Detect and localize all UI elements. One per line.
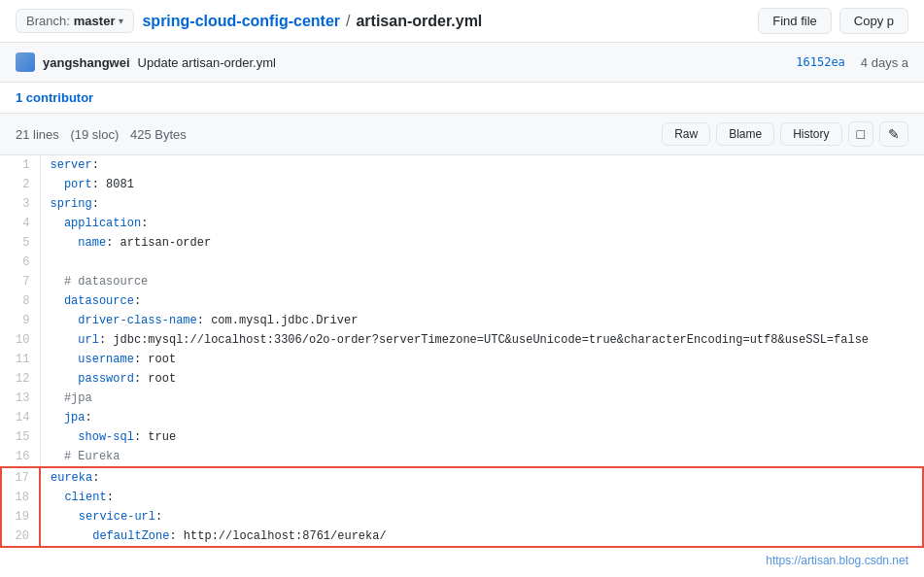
breadcrumb: spring-cloud-config-center / artisan-ord… (142, 13, 482, 30)
branch-label: Branch: (26, 14, 70, 28)
commit-message: Update artisan-order.yml (138, 55, 276, 70)
table-row: 9 driver-class-name: com.mysql.jdbc.Driv… (1, 311, 923, 330)
line-code: password: root (40, 369, 923, 389)
copy-button[interactable]: Copy p (839, 8, 908, 34)
display-icon[interactable]: □ (848, 121, 873, 147)
line-code: eureka: (40, 467, 923, 488)
code-container: 1server:2 port: 80813spring:4 applicatio… (0, 155, 924, 548)
table-row: 1server: (1, 155, 923, 175)
table-row: 2 port: 8081 (1, 175, 923, 194)
line-code: name: artisan-order (40, 233, 923, 253)
commit-hash[interactable]: 16152ea (796, 55, 845, 69)
line-code (40, 253, 923, 272)
line-number: 11 (1, 350, 40, 369)
line-code: port: 8081 (40, 175, 923, 194)
file-meta: 21 lines (19 sloc) 425 Bytes (16, 127, 194, 142)
file-name: artisan-order.yml (356, 13, 482, 30)
commit-time: 4 days a (861, 55, 908, 70)
file-info-bar: 21 lines (19 sloc) 425 Bytes Raw Blame H… (0, 114, 924, 155)
line-number: 5 (1, 233, 40, 253)
table-row: 17eureka: (1, 467, 923, 488)
branch-selector[interactable]: Branch: master ▾ (16, 9, 134, 33)
table-row: 10 url: jdbc:mysql://localhost:3306/o2o-… (1, 330, 923, 350)
table-row: 13 #jpa (1, 389, 923, 408)
contributors-bar: 1 contributor (0, 83, 924, 114)
edit-icon[interactable]: ✎ (879, 121, 908, 147)
table-row: 15 show-sql: true (1, 427, 923, 447)
line-code: application: (40, 214, 923, 233)
repo-link[interactable]: spring-cloud-config-center (142, 13, 340, 30)
table-row: 16 # Eureka (1, 447, 923, 467)
line-code: server: (40, 155, 923, 175)
avatar (16, 52, 35, 72)
table-row: 4 application: (1, 214, 923, 233)
line-code: #jpa (40, 389, 923, 408)
file-actions: Raw Blame History □ ✎ (662, 121, 908, 147)
line-code: username: root (40, 350, 923, 369)
file-size: 425 Bytes (130, 127, 187, 142)
file-sloc: (19 sloc) (70, 127, 119, 142)
line-code: service-url: (40, 507, 923, 526)
line-number: 18 (1, 488, 40, 507)
line-number: 6 (1, 253, 40, 272)
line-number: 8 (1, 291, 40, 311)
line-code: jpa: (40, 408, 923, 427)
top-bar-left: Branch: master ▾ spring-cloud-config-cen… (16, 9, 482, 33)
avatar-image (16, 52, 35, 72)
line-code: defaultZone: http://localhost:8761/eurek… (40, 526, 923, 547)
line-number: 7 (1, 272, 40, 291)
commit-info-right: 16152ea 4 days a (796, 55, 908, 70)
commit-author[interactable]: yangshangwei (43, 55, 130, 70)
line-number: 1 (1, 155, 40, 175)
commit-info-left: yangshangwei Update artisan-order.yml (16, 52, 276, 72)
chevron-down-icon: ▾ (119, 16, 123, 26)
top-bar: Branch: master ▾ spring-cloud-config-cen… (0, 0, 924, 155)
line-number: 16 (1, 447, 40, 467)
table-row: 11 username: root (1, 350, 923, 369)
line-number: 9 (1, 311, 40, 330)
code-table: 1server:2 port: 80813spring:4 applicatio… (0, 155, 924, 548)
table-row: 6 (1, 253, 923, 272)
line-number: 3 (1, 194, 40, 214)
file-lines: 21 lines (16, 127, 59, 142)
top-bar-right: Find file Copy p (758, 8, 908, 34)
line-number: 15 (1, 427, 40, 447)
breadcrumb-separator: / (346, 13, 350, 30)
blame-button[interactable]: Blame (716, 122, 774, 146)
line-number: 13 (1, 389, 40, 408)
branch-name: master (74, 14, 116, 28)
line-number: 10 (1, 330, 40, 350)
line-number: 14 (1, 408, 40, 427)
line-number: 2 (1, 175, 40, 194)
line-code: datasource: (40, 291, 923, 311)
commit-bar: yangshangwei Update artisan-order.yml 16… (0, 43, 924, 83)
table-row: 14 jpa: (1, 408, 923, 427)
line-code: # datasource (40, 272, 923, 291)
table-row: 18 client: (1, 488, 923, 507)
line-code: spring: (40, 194, 923, 214)
history-button[interactable]: History (780, 122, 841, 146)
table-row: 3spring: (1, 194, 923, 214)
line-number: 4 (1, 214, 40, 233)
table-row: 19 service-url: (1, 507, 923, 526)
find-file-button[interactable]: Find file (758, 8, 832, 34)
line-code: show-sql: true (40, 427, 923, 447)
table-row: 5 name: artisan-order (1, 233, 923, 253)
table-row: 7 # datasource (1, 272, 923, 291)
line-code: driver-class-name: com.mysql.jdbc.Driver (40, 311, 923, 330)
line-number: 17 (1, 467, 40, 488)
table-row: 20 defaultZone: http://localhost:8761/eu… (1, 526, 923, 547)
line-number: 20 (1, 526, 40, 547)
line-code: url: jdbc:mysql://localhost:3306/o2o-ord… (40, 330, 923, 350)
line-number: 19 (1, 507, 40, 526)
table-row: 8 datasource: (1, 291, 923, 311)
line-code: client: (40, 488, 923, 507)
contributors-link[interactable]: 1 contributor (16, 90, 93, 105)
line-code: # Eureka (40, 447, 923, 467)
table-row: 12 password: root (1, 369, 923, 389)
line-number: 12 (1, 369, 40, 389)
raw-button[interactable]: Raw (662, 122, 710, 146)
